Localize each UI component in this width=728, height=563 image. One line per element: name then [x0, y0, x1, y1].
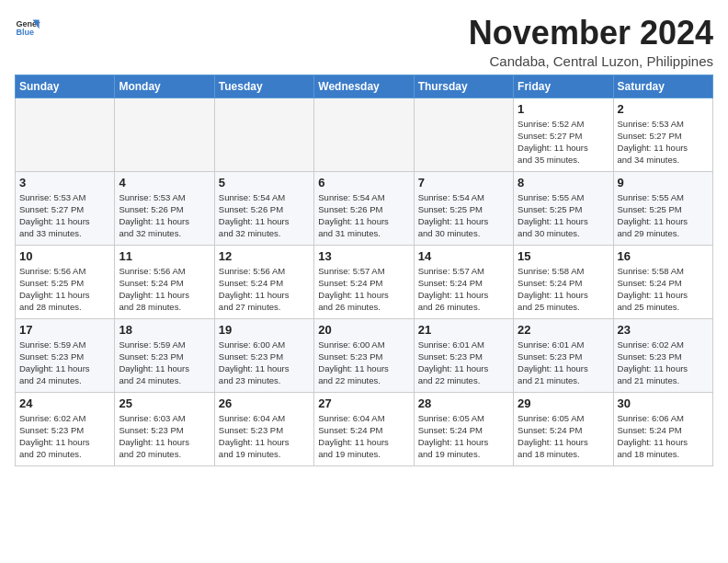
calendar-day-cell: 14Sunrise: 5:57 AM Sunset: 5:24 PM Dayli…	[414, 245, 513, 318]
day-number: 4	[119, 176, 210, 190]
day-info: Sunrise: 5:56 AM Sunset: 5:25 PM Dayligh…	[19, 265, 110, 314]
calendar-day-cell	[414, 98, 513, 171]
calendar-day-cell: 1Sunrise: 5:52 AM Sunset: 5:27 PM Daylig…	[514, 98, 613, 171]
day-number: 20	[318, 323, 409, 337]
calendar-day-cell: 15Sunrise: 5:58 AM Sunset: 5:24 PM Dayli…	[514, 245, 613, 318]
weekday-header-cell: Friday	[514, 75, 613, 98]
day-info: Sunrise: 6:00 AM Sunset: 5:23 PM Dayligh…	[219, 339, 310, 387]
calendar-day-cell: 28Sunrise: 6:05 AM Sunset: 5:24 PM Dayli…	[414, 392, 513, 465]
day-number: 21	[418, 323, 509, 337]
day-info: Sunrise: 6:04 AM Sunset: 5:24 PM Dayligh…	[318, 412, 409, 461]
title-section: November 2024 Candaba, Central Luzon, Ph…	[469, 15, 713, 69]
logo: General Blue	[15, 15, 40, 40]
day-info: Sunrise: 5:54 AM Sunset: 5:25 PM Dayligh…	[418, 191, 509, 240]
calendar-day-cell: 8Sunrise: 5:55 AM Sunset: 5:25 PM Daylig…	[514, 171, 613, 245]
calendar-day-cell: 24Sunrise: 6:02 AM Sunset: 5:23 PM Dayli…	[16, 392, 115, 465]
weekday-header-cell: Sunday	[16, 75, 115, 98]
calendar-day-cell: 22Sunrise: 6:01 AM Sunset: 5:23 PM Dayli…	[514, 318, 613, 392]
calendar-day-cell: 12Sunrise: 5:56 AM Sunset: 5:24 PM Dayli…	[214, 245, 313, 318]
calendar-day-cell: 11Sunrise: 5:56 AM Sunset: 5:24 PM Dayli…	[115, 245, 214, 318]
day-info: Sunrise: 6:04 AM Sunset: 5:23 PM Dayligh…	[219, 412, 310, 461]
calendar-day-cell: 4Sunrise: 5:53 AM Sunset: 5:26 PM Daylig…	[115, 171, 214, 245]
day-info: Sunrise: 6:02 AM Sunset: 5:23 PM Dayligh…	[19, 412, 110, 461]
calendar-day-cell: 5Sunrise: 5:54 AM Sunset: 5:26 PM Daylig…	[214, 171, 313, 245]
day-info: Sunrise: 6:00 AM Sunset: 5:23 PM Dayligh…	[318, 339, 409, 387]
day-info: Sunrise: 5:53 AM Sunset: 5:27 PM Dayligh…	[618, 118, 709, 167]
calendar-day-cell	[16, 98, 115, 171]
calendar-day-cell: 19Sunrise: 6:00 AM Sunset: 5:23 PM Dayli…	[214, 318, 313, 392]
weekday-header-cell: Thursday	[414, 75, 513, 98]
day-info: Sunrise: 5:56 AM Sunset: 5:24 PM Dayligh…	[219, 265, 310, 314]
day-number: 19	[219, 323, 310, 337]
calendar-day-cell: 10Sunrise: 5:56 AM Sunset: 5:25 PM Dayli…	[16, 245, 115, 318]
day-info: Sunrise: 5:53 AM Sunset: 5:26 PM Dayligh…	[119, 191, 210, 240]
day-number: 27	[318, 396, 409, 410]
day-number: 22	[518, 323, 609, 337]
day-number: 6	[318, 176, 409, 190]
calendar-day-cell: 18Sunrise: 5:59 AM Sunset: 5:23 PM Dayli…	[115, 318, 214, 392]
weekday-header-cell: Saturday	[613, 75, 712, 98]
calendar-day-cell: 16Sunrise: 5:58 AM Sunset: 5:24 PM Dayli…	[613, 245, 712, 318]
svg-text:Blue: Blue	[16, 28, 34, 37]
logo-icon: General Blue	[15, 15, 40, 40]
day-info: Sunrise: 6:01 AM Sunset: 5:23 PM Dayligh…	[418, 339, 509, 387]
day-number: 16	[618, 249, 709, 263]
day-info: Sunrise: 5:52 AM Sunset: 5:27 PM Dayligh…	[518, 118, 609, 167]
day-info: Sunrise: 5:56 AM Sunset: 5:24 PM Dayligh…	[119, 265, 210, 314]
weekday-header-cell: Tuesday	[214, 75, 313, 98]
page-header: General Blue November 2024 Candaba, Cent…	[15, 15, 713, 69]
day-info: Sunrise: 5:58 AM Sunset: 5:24 PM Dayligh…	[518, 265, 609, 314]
day-number: 3	[19, 176, 110, 190]
calendar-day-cell: 2Sunrise: 5:53 AM Sunset: 5:27 PM Daylig…	[613, 98, 712, 171]
day-info: Sunrise: 5:54 AM Sunset: 5:26 PM Dayligh…	[219, 191, 310, 240]
month-title: November 2024	[469, 15, 713, 52]
day-info: Sunrise: 5:57 AM Sunset: 5:24 PM Dayligh…	[318, 265, 409, 314]
day-number: 28	[418, 396, 509, 410]
day-number: 15	[518, 249, 609, 263]
calendar-week-row: 3Sunrise: 5:53 AM Sunset: 5:27 PM Daylig…	[16, 171, 713, 245]
calendar-day-cell: 21Sunrise: 6:01 AM Sunset: 5:23 PM Dayli…	[414, 318, 513, 392]
weekday-header-row: SundayMondayTuesdayWednesdayThursdayFrid…	[16, 75, 713, 98]
day-number: 14	[418, 249, 509, 263]
calendar-day-cell: 9Sunrise: 5:55 AM Sunset: 5:25 PM Daylig…	[613, 171, 712, 245]
day-number: 10	[19, 249, 110, 263]
calendar-day-cell	[314, 98, 414, 171]
day-info: Sunrise: 6:05 AM Sunset: 5:24 PM Dayligh…	[418, 412, 509, 461]
day-number: 13	[318, 249, 409, 263]
calendar-day-cell: 6Sunrise: 5:54 AM Sunset: 5:26 PM Daylig…	[314, 171, 414, 245]
calendar-day-cell	[214, 98, 313, 171]
calendar-day-cell: 7Sunrise: 5:54 AM Sunset: 5:25 PM Daylig…	[414, 171, 513, 245]
calendar-day-cell: 30Sunrise: 6:06 AM Sunset: 5:24 PM Dayli…	[613, 392, 712, 465]
day-number: 29	[518, 396, 609, 410]
day-info: Sunrise: 6:05 AM Sunset: 5:24 PM Dayligh…	[518, 412, 609, 461]
day-info: Sunrise: 5:54 AM Sunset: 5:26 PM Dayligh…	[318, 191, 409, 240]
calendar-day-cell: 23Sunrise: 6:02 AM Sunset: 5:23 PM Dayli…	[613, 318, 712, 392]
day-number: 24	[19, 396, 110, 410]
day-number: 8	[518, 176, 609, 190]
day-number: 1	[518, 102, 609, 116]
day-info: Sunrise: 6:06 AM Sunset: 5:24 PM Dayligh…	[618, 412, 709, 461]
day-info: Sunrise: 5:55 AM Sunset: 5:25 PM Dayligh…	[618, 191, 709, 240]
calendar-week-row: 1Sunrise: 5:52 AM Sunset: 5:27 PM Daylig…	[16, 98, 713, 171]
calendar-week-row: 24Sunrise: 6:02 AM Sunset: 5:23 PM Dayli…	[16, 392, 713, 465]
day-number: 2	[618, 102, 709, 116]
calendar-table: SundayMondayTuesdayWednesdayThursdayFrid…	[15, 75, 713, 466]
calendar-day-cell: 17Sunrise: 5:59 AM Sunset: 5:23 PM Dayli…	[16, 318, 115, 392]
day-info: Sunrise: 5:55 AM Sunset: 5:25 PM Dayligh…	[518, 191, 609, 240]
calendar-week-row: 10Sunrise: 5:56 AM Sunset: 5:25 PM Dayli…	[16, 245, 713, 318]
calendar-day-cell: 25Sunrise: 6:03 AM Sunset: 5:23 PM Dayli…	[115, 392, 214, 465]
calendar-day-cell: 26Sunrise: 6:04 AM Sunset: 5:23 PM Dayli…	[214, 392, 313, 465]
day-number: 26	[219, 396, 310, 410]
weekday-header-cell: Wednesday	[314, 75, 414, 98]
day-info: Sunrise: 5:59 AM Sunset: 5:23 PM Dayligh…	[119, 339, 210, 387]
calendar-day-cell: 13Sunrise: 5:57 AM Sunset: 5:24 PM Dayli…	[314, 245, 414, 318]
day-info: Sunrise: 6:01 AM Sunset: 5:23 PM Dayligh…	[518, 339, 609, 387]
day-number: 30	[618, 396, 709, 410]
day-info: Sunrise: 5:57 AM Sunset: 5:24 PM Dayligh…	[418, 265, 509, 314]
day-number: 11	[119, 249, 210, 263]
calendar-body: 1Sunrise: 5:52 AM Sunset: 5:27 PM Daylig…	[16, 98, 713, 465]
day-number: 18	[119, 323, 210, 337]
calendar-day-cell: 3Sunrise: 5:53 AM Sunset: 5:27 PM Daylig…	[16, 171, 115, 245]
day-info: Sunrise: 5:58 AM Sunset: 5:24 PM Dayligh…	[618, 265, 709, 314]
calendar-day-cell: 20Sunrise: 6:00 AM Sunset: 5:23 PM Dayli…	[314, 318, 414, 392]
